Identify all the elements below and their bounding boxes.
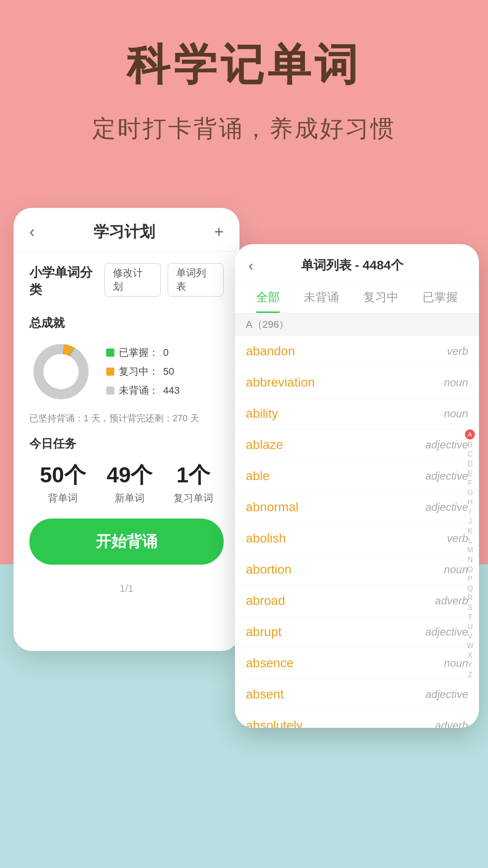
progress-text: 已坚持背诵：1 天，预计背完还剩：270 天 (29, 412, 224, 425)
alpha-T[interactable]: T (465, 613, 475, 622)
study-card-body: 小学单词分类 修改计划 单词列表 总成就 (14, 252, 239, 606)
mastered-value: 0 (163, 347, 169, 359)
word-card: ‹ 单词列表 - 4484个 全部 未背诵 复习中 已掌握 A（296） aba… (235, 244, 479, 728)
alpha-S[interactable]: S (465, 603, 475, 612)
alpha-A[interactable]: A (465, 429, 475, 439)
study-add-button[interactable]: + (214, 222, 224, 241)
word-row[interactable]: abnormal adjective (235, 492, 479, 523)
word-list-tag[interactable]: 单词列表 (168, 263, 224, 297)
alpha-K[interactable]: K (465, 527, 475, 535)
word-row[interactable]: abbreviation noun (235, 367, 479, 398)
word-abolish: abolish (246, 531, 286, 546)
alpha-B[interactable]: B (465, 440, 475, 449)
alpha-W[interactable]: W (465, 642, 475, 650)
word-abortion: abortion (246, 562, 291, 577)
word-card-title: 单词列表 - 4484个 (301, 257, 404, 274)
word-row[interactable]: absent adjective (235, 679, 479, 710)
alpha-O[interactable]: O (465, 565, 475, 574)
type-absolutely: adverb (435, 719, 468, 728)
word-able: able (246, 469, 270, 483)
word-row[interactable]: absence noun (235, 648, 479, 679)
alpha-L[interactable]: L (465, 536, 475, 545)
memorize-label: 背单词 (40, 491, 85, 505)
study-back-button[interactable]: ‹ (29, 222, 35, 241)
word-card-header: ‹ 单词列表 - 4484个 (235, 244, 479, 283)
alpha-V[interactable]: V (465, 632, 475, 641)
task-stat-new: 49个 新单词 (107, 461, 152, 505)
mastered-dot (106, 349, 114, 357)
alpha-Z[interactable]: Z (465, 670, 475, 679)
new-label: 新单词 (107, 491, 152, 505)
word-row[interactable]: abolish verb (235, 523, 479, 554)
legend-mastered: 已掌握： 0 (106, 346, 180, 359)
type-able: adjective (425, 470, 468, 482)
new-num: 49个 (107, 461, 152, 490)
task-stats: 50个 背单词 49个 新单词 1个 复习单词 (29, 461, 224, 505)
legend-reviewing: 复习中： 50 (106, 365, 180, 378)
alpha-F[interactable]: F (465, 479, 475, 487)
word-row[interactable]: able adjective (235, 461, 479, 492)
tab-all[interactable]: 全部 (256, 289, 280, 313)
type-absent: adjective (425, 688, 468, 701)
reviewing-value: 50 (163, 366, 174, 377)
tab-reviewing[interactable]: 复习中 (363, 289, 399, 313)
word-row[interactable]: abrupt adjective (235, 617, 479, 648)
subtitle: 定时打卡背诵，养成好习惯 (0, 113, 488, 145)
alpha-U[interactable]: U (465, 623, 475, 631)
word-row[interactable]: abortion noun (235, 554, 479, 585)
start-button[interactable]: 开始背诵 (29, 519, 224, 565)
word-absolutely: absolutely (246, 718, 303, 728)
type-ablaze: adjective (425, 439, 468, 451)
alpha-I[interactable]: I (465, 507, 475, 516)
word-abrupt: abrupt (246, 625, 282, 639)
alpha-J[interactable]: J (465, 517, 475, 526)
tab-mastered[interactable]: 已掌握 (422, 289, 458, 313)
main-title: 科学记单词 (0, 36, 488, 95)
alpha-Y[interactable]: Y (465, 660, 475, 669)
word-row[interactable]: absolutely adverb (235, 710, 479, 728)
word-abbreviation: abbreviation (246, 375, 315, 390)
word-back-button[interactable]: ‹ (249, 257, 253, 274)
study-card: ‹ 学习计划 + 小学单词分类 修改计划 单词列表 总成就 (14, 208, 239, 651)
section-header: A（296） (235, 313, 479, 336)
word-row[interactable]: abandon verb (235, 336, 479, 367)
alpha-G[interactable]: G (465, 488, 475, 497)
word-row[interactable]: abroad adverb (235, 585, 479, 617)
alpha-H[interactable]: H (465, 498, 475, 506)
svg-point-0 (38, 349, 84, 394)
study-card-header: ‹ 学习计划 + (14, 208, 239, 252)
modify-plan-tag[interactable]: 修改计划 (104, 263, 160, 297)
alpha-E[interactable]: E (465, 469, 475, 478)
tab-unlearned[interactable]: 未背诵 (304, 289, 339, 313)
tabs-row: 全部 未背诵 复习中 已掌握 (235, 283, 479, 313)
alpha-P[interactable]: P (465, 575, 475, 583)
legend-unlearned: 未背诵： 443 (106, 384, 180, 397)
alpha-M[interactable]: M (465, 546, 475, 554)
type-abnormal: adjective (425, 501, 468, 514)
reviewing-dot (106, 368, 114, 376)
alpha-N[interactable]: N (465, 555, 475, 564)
word-list: abandon verb abbreviation noun ability n… (235, 336, 479, 728)
alpha-Q[interactable]: Q (465, 584, 475, 593)
mastered-label: 已掌握： (119, 346, 159, 359)
alpha-X[interactable]: X (465, 651, 475, 660)
word-row[interactable]: ablaze adjective (235, 429, 479, 461)
word-ability: ability (246, 406, 278, 421)
word-absence: absence (246, 656, 294, 670)
word-abroad: abroad (246, 594, 285, 608)
word-row[interactable]: ability noun (235, 398, 479, 429)
alpha-D[interactable]: D (465, 460, 475, 468)
achievement-title: 总成就 (29, 315, 224, 331)
task-stat-memorize: 50个 背单词 (40, 461, 85, 505)
task-stat-review: 1个 复习单词 (174, 461, 213, 505)
alpha-C[interactable]: C (465, 450, 475, 458)
type-abroad: adverb (435, 594, 468, 607)
tag-row: 修改计划 单词列表 (104, 263, 224, 297)
category-label: 小学单词分类 (29, 264, 104, 298)
chart-row: 已掌握： 0 复习中： 50 未背诵： 443 (29, 340, 224, 403)
unlearned-dot (106, 387, 114, 395)
review-num: 1个 (174, 461, 213, 490)
legend: 已掌握： 0 复习中： 50 未背诵： 443 (106, 346, 180, 397)
today-task-label: 今日任务 (29, 436, 224, 452)
alpha-R[interactable]: R (465, 594, 475, 602)
